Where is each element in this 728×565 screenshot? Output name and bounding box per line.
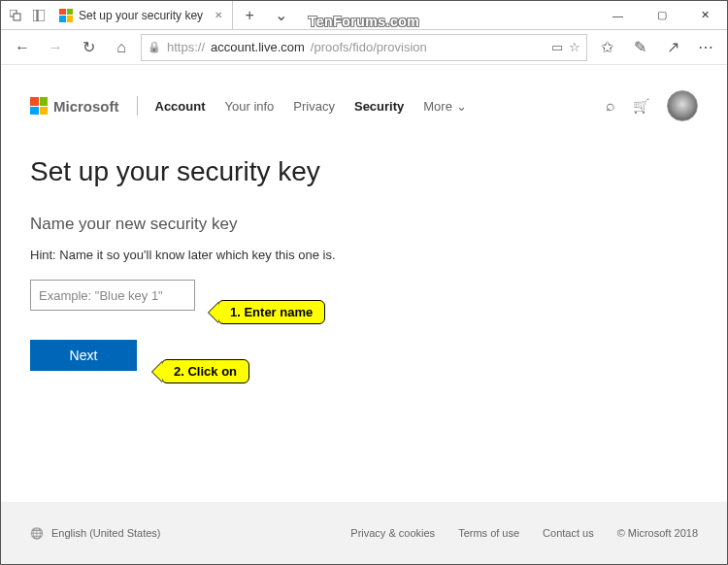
footer-links: Privacy & cookies Terms of use Contact u… [350, 527, 698, 539]
language-selector[interactable]: 🌐 English (United States) [30, 527, 161, 540]
search-icon[interactable]: ⌕ [606, 97, 615, 115]
page-title: Set up your security key [30, 156, 698, 187]
svg-rect-2 [33, 10, 37, 21]
next-button[interactable]: Next [30, 340, 137, 371]
nav-privacy[interactable]: Privacy [293, 99, 335, 114]
tab-preview-icon[interactable] [5, 5, 26, 26]
share-icon[interactable]: ↗ [659, 34, 686, 61]
url-path: /proofs/fido/provision [311, 40, 427, 54]
tab-aside-icon[interactable] [28, 5, 50, 26]
svg-rect-1 [14, 14, 20, 20]
url-protocol: https:// [167, 40, 205, 54]
window-controls: — ▢ ✕ [596, 1, 727, 29]
site-nav: Account Your info Privacy Security More … [155, 99, 467, 114]
new-tab-button[interactable]: + [235, 7, 264, 24]
callout-click-on: 2. Click on [161, 359, 249, 383]
key-name-row [30, 280, 698, 311]
site-header: Microsoft Account Your info Privacy Secu… [30, 84, 698, 127]
chevron-down-icon: ⌄ [456, 99, 467, 114]
user-avatar[interactable] [667, 90, 698, 121]
footer-contact[interactable]: Contact us [543, 527, 594, 539]
header-actions: ⌕ 🛒 [606, 90, 698, 121]
nav-more[interactable]: More ⌄ [423, 99, 466, 114]
reading-view-icon[interactable]: ▭ [551, 40, 563, 54]
home-button[interactable]: ⌂ [108, 34, 135, 61]
window-titlebar: Set up your security key ✕ + ⌄ — ▢ ✕ [1, 1, 727, 30]
address-bar: ← → ↻ ⌂ 🔒 https://account.live.com/proof… [1, 30, 727, 65]
microsoft-logo[interactable]: Microsoft [30, 97, 119, 115]
footer-terms[interactable]: Terms of use [458, 527, 519, 539]
favorites-list-icon[interactable]: ✩ [593, 34, 620, 61]
tab-title: Set up your security key [79, 9, 203, 22]
close-button[interactable]: ✕ [683, 1, 727, 29]
nav-security[interactable]: Security [354, 99, 404, 114]
nav-your-info[interactable]: Your info [225, 99, 275, 114]
browser-tab[interactable]: Set up your security key ✕ [51, 1, 233, 29]
url-host: account.live.com [211, 40, 305, 54]
ms-favicon [59, 9, 73, 22]
favorite-icon[interactable]: ☆ [569, 40, 580, 54]
tab-chevron-icon[interactable]: ⌄ [266, 6, 295, 24]
globe-icon: 🌐 [30, 527, 44, 540]
site-footer: 🌐 English (United States) Privacy & cook… [1, 502, 727, 564]
url-input[interactable]: 🔒 https://account.live.com/proofs/fido/p… [141, 34, 587, 61]
hint-text: Hint: Name it so you'll know later which… [30, 248, 698, 262]
key-name-input[interactable] [30, 280, 195, 311]
microsoft-logo-icon [30, 97, 48, 115]
maximize-button[interactable]: ▢ [640, 1, 683, 29]
nav-account[interactable]: Account [155, 99, 206, 114]
footer-privacy[interactable]: Privacy & cookies [350, 527, 435, 539]
language-label: English (United States) [51, 527, 161, 539]
more-icon[interactable]: ⋯ [692, 34, 719, 61]
divider [137, 96, 138, 116]
back-button[interactable]: ← [9, 34, 36, 61]
minimize-button[interactable]: — [596, 1, 640, 29]
svg-rect-3 [38, 10, 45, 21]
tab-close-icon[interactable]: ✕ [215, 10, 222, 20]
page-subtitle: Name your new security key [30, 215, 698, 234]
page-content: Microsoft Account Your info Privacy Secu… [1, 65, 727, 501]
notes-icon[interactable]: ✎ [626, 34, 653, 61]
cart-icon[interactable]: 🛒 [633, 98, 649, 114]
tab-strip: Set up your security key ✕ + ⌄ [1, 1, 295, 29]
footer-copyright: © Microsoft 2018 [617, 527, 698, 539]
refresh-button[interactable]: ↻ [75, 34, 102, 61]
callout-enter-name: 1. Enter name [217, 300, 325, 324]
microsoft-wordmark: Microsoft [53, 98, 119, 115]
forward-button: → [42, 34, 69, 61]
lock-icon: 🔒 [148, 41, 161, 53]
